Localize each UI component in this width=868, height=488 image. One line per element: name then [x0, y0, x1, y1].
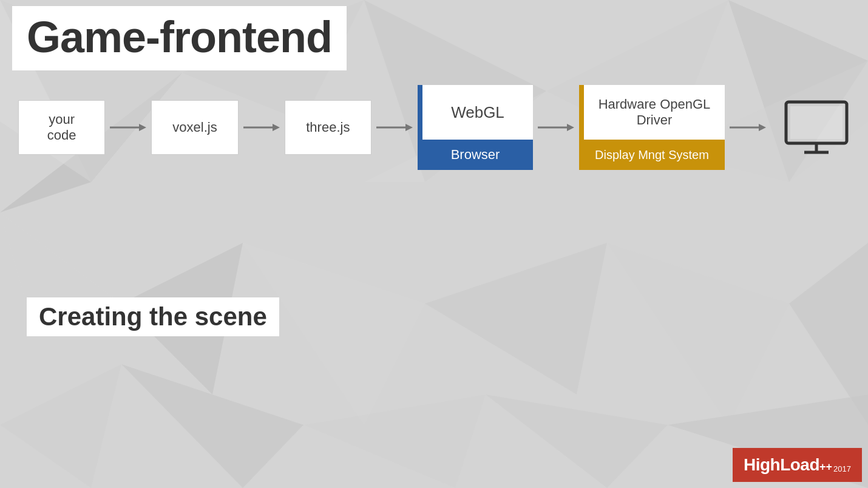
voxel-label: voxel.js [172, 120, 217, 135]
your-code-label: yourcode [47, 112, 76, 143]
box-voxel: voxel.js [151, 100, 238, 155]
svg-marker-26 [405, 124, 413, 131]
arrow-5 [730, 120, 766, 135]
browser-label: Browser [451, 147, 500, 163]
svg-marker-24 [273, 124, 280, 131]
display-label: Display Mngt System [595, 148, 709, 162]
bottom-label-text: Creating the scene [39, 302, 267, 331]
svg-rect-34 [790, 106, 843, 139]
webgl-browser-group: WebGL Browser [418, 85, 533, 170]
svg-marker-28 [567, 124, 574, 131]
svg-marker-30 [759, 124, 766, 131]
box-opengl: Hardware OpenGLDriver [579, 85, 725, 140]
svg-marker-22 [139, 124, 146, 131]
arrow-4 [538, 120, 574, 135]
logo-year: 2017 [833, 464, 851, 475]
box-your-code: yourcode [18, 100, 105, 155]
bottom-label-box: Creating the scene [27, 297, 279, 336]
webgl-label: WebGL [451, 103, 504, 122]
arrow-2 [243, 120, 280, 135]
arrow-3 [376, 120, 413, 135]
box-webgl: WebGL [418, 85, 533, 140]
highload-logo: HighLoad ++ 2017 [733, 448, 862, 482]
three-label: three.js [306, 120, 350, 135]
box-display: Display Mngt System [579, 140, 725, 170]
arrow-1 [110, 120, 146, 135]
title-box: Game-frontend [12, 6, 347, 70]
monitor-icon [783, 99, 850, 157]
box-browser: Browser [418, 140, 533, 170]
page-title: Game-frontend [27, 13, 332, 61]
opengl-display-group: Hardware OpenGLDriver Display Mngt Syste… [579, 85, 725, 170]
logo-text: HighLoad [744, 455, 819, 475]
box-three: three.js [285, 100, 371, 155]
logo-plus: ++ [819, 461, 832, 472]
opengl-label: Hardware OpenGLDriver [598, 97, 711, 128]
flow-diagram: yourcode voxel.js three.js [18, 85, 850, 170]
